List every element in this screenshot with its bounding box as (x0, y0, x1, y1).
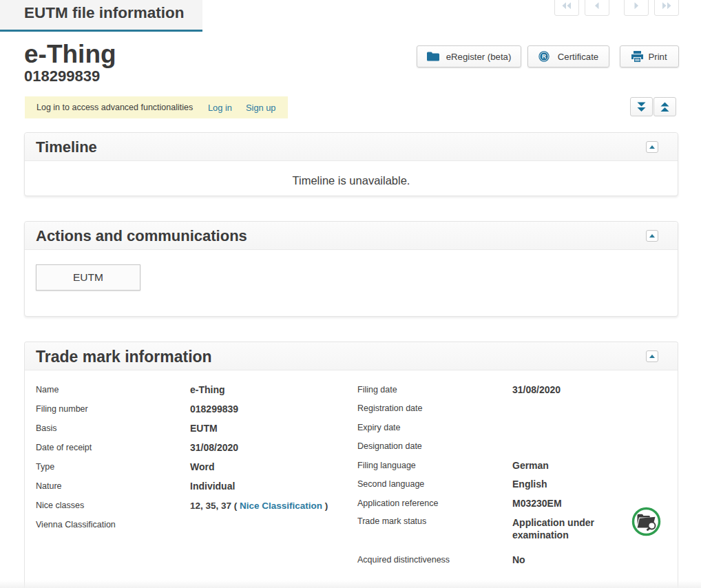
svg-text:R: R (542, 53, 546, 60)
